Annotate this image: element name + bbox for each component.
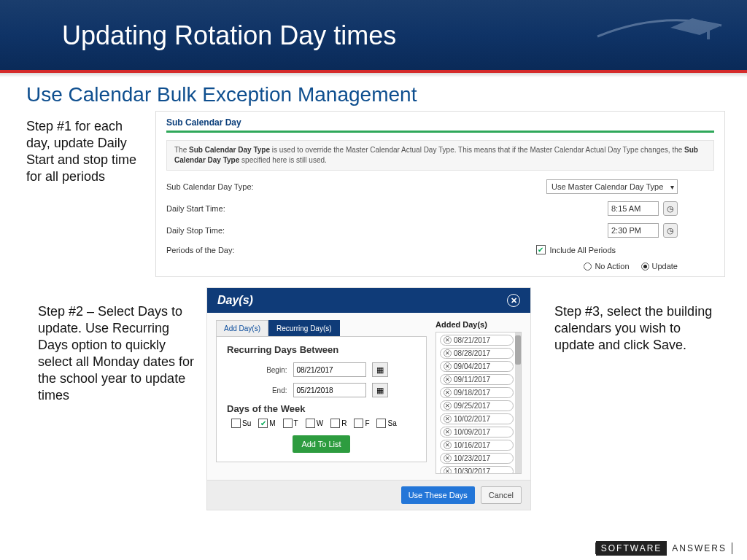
added-day-pill[interactable]: ✕10/02/2017	[440, 413, 514, 424]
added-day-pill[interactable]: ✕08/28/2017	[440, 348, 514, 359]
input-value: 2:30 PM	[611, 226, 641, 235]
remove-day-icon[interactable]: ✕	[444, 349, 452, 357]
clock-icon[interactable]: ◷	[663, 201, 678, 216]
close-icon[interactable]: ✕	[507, 294, 520, 307]
logo-part-a: SOFTWARE	[596, 541, 667, 556]
footer-logo: SOFTWAREANSWERS	[595, 542, 732, 554]
sub-calendar-panel: Sub Calendar Day The Sub Calendar Day Ty…	[155, 111, 725, 277]
info-bold: Sub Calendar Day Type	[189, 146, 270, 154]
calendar-icon[interactable]: ▦	[372, 383, 388, 397]
remove-day-icon[interactable]: ✕	[444, 336, 452, 344]
radio-label: No Action	[595, 262, 629, 271]
dow-label: W	[317, 419, 323, 427]
scrollbar-thumb[interactable]	[515, 335, 521, 365]
dow-label: Su	[242, 419, 251, 427]
added-day-pill[interactable]: ✕10/16/2017	[440, 440, 514, 451]
remove-day-icon[interactable]: ✕	[444, 362, 452, 370]
step-1-text: Step #1 for each day, update Daily Start…	[26, 111, 139, 277]
added-day-value: 10/09/2017	[454, 428, 490, 436]
periods-label: Periods of the Day:	[166, 246, 312, 254]
remove-day-icon[interactable]: ✕	[444, 402, 452, 410]
days-dialog: Day(s) ✕ Add Day(s) Recurring Day(s) Rec…	[206, 287, 531, 510]
added-day-value: 09/11/2017	[454, 376, 490, 384]
remove-day-icon[interactable]: ✕	[444, 415, 452, 423]
added-days-header: Added Day(s)	[436, 320, 522, 329]
stop-time-input[interactable]: 2:30 PM	[608, 223, 659, 238]
dow-r-checkbox[interactable]	[330, 419, 340, 428]
cancel-button[interactable]: Cancel	[481, 486, 522, 504]
dow-label: M	[269, 419, 275, 427]
tab-add-days[interactable]: Add Day(s)	[216, 320, 268, 336]
dow-su-checkbox[interactable]	[231, 419, 241, 428]
added-day-pill[interactable]: ✕09/25/2017	[440, 400, 514, 411]
added-days-list[interactable]: ✕08/21/2017✕08/28/2017✕09/04/2017✕09/11/…	[436, 332, 522, 474]
calendar-icon[interactable]: ▦	[372, 362, 388, 377]
add-to-list-button[interactable]: Add To List	[293, 435, 349, 453]
info-text: is used to override the Master Calendar …	[270, 146, 684, 154]
step-2-text: Step #2 – Select Days to update. Use Rec…	[38, 287, 195, 510]
slide-subtitle: Use Calendar Bulk Exception Management	[0, 77, 747, 111]
graduation-cap-icon	[594, 7, 725, 51]
start-time-input[interactable]: 8:15 AM	[608, 201, 659, 216]
action-radio-group: No Action Update	[166, 262, 714, 271]
panel-heading: Sub Calendar Day	[166, 117, 714, 133]
clock-icon[interactable]: ◷	[663, 223, 678, 238]
added-day-pill[interactable]: ✕09/11/2017	[440, 374, 514, 385]
chevron-down-icon: ▾	[670, 183, 674, 191]
checkbox-label: Include All Periods	[550, 246, 616, 254]
start-label: Daily Start Time:	[166, 204, 312, 213]
remove-day-icon[interactable]: ✕	[444, 467, 452, 474]
added-day-value: 08/28/2017	[454, 349, 490, 357]
end-date-input[interactable]: 05/21/2018	[293, 383, 366, 397]
info-text: specified here is still used.	[239, 156, 327, 164]
dialog-title-bar: Day(s) ✕	[207, 288, 530, 313]
added-day-value: 10/02/2017	[454, 415, 490, 423]
added-day-pill[interactable]: ✕10/09/2017	[440, 427, 514, 438]
added-day-value: 09/04/2017	[454, 362, 490, 370]
logo-part-b: ANSWERS	[667, 541, 732, 556]
dow-label: T	[294, 419, 298, 427]
remove-day-icon[interactable]: ✕	[444, 454, 452, 462]
dow-title: Days of the Week	[227, 403, 416, 414]
end-label: End:	[255, 386, 287, 394]
use-these-days-button[interactable]: Use These Days	[401, 486, 475, 504]
dow-w-checkbox[interactable]	[306, 419, 315, 428]
type-label: Sub Calendar Day Type:	[166, 182, 312, 191]
remove-day-icon[interactable]: ✕	[444, 428, 452, 436]
no-action-radio[interactable]	[584, 262, 592, 271]
input-value: 8:15 AM	[611, 204, 640, 213]
dow-row: Su ✔M T W R F Sa	[227, 419, 416, 428]
dow-f-checkbox[interactable]	[354, 419, 363, 428]
stop-label: Daily Stop Time:	[166, 226, 312, 235]
update-radio[interactable]	[641, 262, 649, 271]
info-box: The Sub Calendar Day Type is used to ove…	[166, 140, 714, 171]
added-day-value: 10/23/2017	[454, 454, 490, 462]
added-day-value: 10/30/2017	[454, 467, 490, 474]
svg-rect-1	[707, 29, 710, 39]
added-day-pill[interactable]: ✕10/23/2017	[440, 453, 514, 464]
added-day-pill[interactable]: ✕08/21/2017	[440, 335, 514, 346]
dow-m-checkbox[interactable]: ✔	[258, 419, 268, 428]
remove-day-icon[interactable]: ✕	[444, 389, 452, 397]
added-day-pill[interactable]: ✕09/04/2017	[440, 361, 514, 372]
begin-label: Begin:	[255, 366, 287, 374]
day-type-select[interactable]: Use Master Calendar Day Type ▾	[546, 179, 678, 194]
added-day-pill[interactable]: ✕10/30/2017	[440, 466, 514, 474]
dow-sa-checkbox[interactable]	[376, 419, 386, 428]
remove-day-icon[interactable]: ✕	[444, 441, 452, 449]
remove-day-icon[interactable]: ✕	[444, 376, 452, 384]
dow-label: F	[365, 419, 369, 427]
dialog-title: Day(s)	[217, 294, 253, 307]
step-3-text: Step #3, select the building calendars y…	[543, 287, 725, 510]
added-day-value: 08/21/2017	[454, 336, 490, 344]
added-day-value: 10/16/2017	[454, 441, 490, 449]
input-value: 08/21/2017	[297, 366, 333, 374]
include-all-checkbox[interactable]: ✔	[536, 245, 546, 254]
begin-date-input[interactable]: 08/21/2017	[293, 362, 366, 377]
select-value: Use Master Calendar Day Type	[551, 182, 663, 191]
dow-t-checkbox[interactable]	[283, 419, 293, 428]
added-day-pill[interactable]: ✕09/18/2017	[440, 387, 514, 398]
dow-label: Sa	[387, 419, 396, 427]
tab-recurring-days[interactable]: Recurring Day(s)	[268, 320, 340, 336]
input-value: 05/21/2018	[297, 386, 333, 394]
